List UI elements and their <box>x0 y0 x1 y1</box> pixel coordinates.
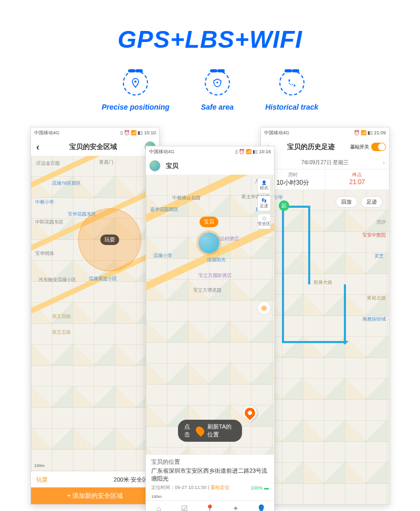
device-bubble[interactable]: 宝贝 <box>200 217 218 227</box>
map-canvas[interactable]: 回放 足迹 起 流塘小学 宝安中医院 洪沙 灵芝 前身大路 富裕北路 海雅缤纷城 <box>261 190 389 504</box>
signal-icon: ▮▯ <box>253 149 258 154</box>
playback-button[interactable]: 回放 <box>335 196 358 208</box>
map-poi: 第五四路 <box>52 313 71 320</box>
toggle-label: 基站开关 <box>350 144 369 151</box>
map-poi: 流塘小学 <box>153 252 172 259</box>
title-bar: 宝贝 <box>146 157 274 175</box>
signal-icon: ▮▯ <box>368 130 373 135</box>
map-poi: 宝立方国际酒店 <box>198 272 232 279</box>
vibrate-icon: ▯ <box>120 130 123 135</box>
stat-endpoint: 终点 21:07 <box>325 169 390 189</box>
refresh-right: 刷新TA的位置 <box>207 423 236 439</box>
stats-row: 历时 10小时30分 终点 21:07 <box>261 169 389 190</box>
vibrate-icon: ▯ <box>235 149 238 154</box>
title-bar: ‹ 宝贝的历史足迹 基站开关 <box>261 138 389 156</box>
address-text: 广东省深圳市宝安区西乡街道前进二路23号流塘阳光 <box>151 467 269 482</box>
map-poi: 河东物业流塘小区 <box>38 276 76 283</box>
refresh-location-button[interactable]: 点击 刷新TA的位置 <box>178 420 242 442</box>
tab-bar: ⌂主页 ☑设备管理 📍地图 ✦发现 👤我的 <box>146 500 274 511</box>
tab-map[interactable]: 📍地图 <box>197 501 223 511</box>
wifi-icon: 📶 <box>131 130 136 135</box>
mode-button[interactable]: 👤模式 <box>257 178 271 194</box>
phone-positioning: 中国移动4G ▯ ⏰ 📶 ▮▯ 10:16 宝贝 人人乐 嘉华花园西区 中粮锦云… <box>145 146 275 511</box>
scale-label: 180m <box>151 493 275 500</box>
address-meta: 定位时间：09-27 10:11:50 | 基站定位 100% ▬ <box>151 484 269 491</box>
carrier-text: 中国移动4G <box>34 130 59 136</box>
carrier-text: 中国移动4G <box>149 148 174 155</box>
device-marker[interactable] <box>198 232 219 253</box>
tab-me[interactable]: 👤我的 <box>248 501 274 511</box>
map-poi: 中粮小学 <box>35 199 54 206</box>
avatar[interactable] <box>149 160 161 172</box>
lbs-toggle[interactable] <box>371 143 386 151</box>
wifi-icon: 📶 <box>246 149 251 154</box>
battery-text: 100% ▬ <box>250 485 269 491</box>
fence-button[interactable]: ⬡安全区 <box>257 214 271 229</box>
clock-text: 21:09 <box>374 130 386 135</box>
zone-list: 玩耍 200米·安全区域 <box>31 471 159 487</box>
map-controls: 👤模式 👣足迹 ⬡安全区 <box>257 178 271 229</box>
address-title: 宝贝的位置 <box>151 458 269 466</box>
phones-area: 中国移动4G ▯ ⏰ 📶 ▮▯ 10:10 ‹ 宝贝的安全区域 庄边金庄园 富昌… <box>0 127 420 505</box>
route-icon <box>279 70 304 95</box>
map-poi: 前身大路 <box>313 279 332 286</box>
map-poi: 海雅缤纷城 <box>362 316 386 323</box>
map-poi: 第五五路 <box>52 329 71 336</box>
carrier-text: 中国移动4G <box>264 130 289 136</box>
pin-icon <box>123 70 148 95</box>
signal-icon: ▮▯ <box>138 130 143 135</box>
tab-discover[interactable]: ✦发现 <box>223 501 248 511</box>
tab-devices[interactable]: ☑设备管理 <box>172 501 197 511</box>
pin-icon <box>194 425 206 437</box>
tab-home[interactable]: ⌂主页 <box>146 501 172 511</box>
status-bar: 中国移动4G ⏰ 📶 ▮▯ 21:09 <box>261 127 389 138</box>
fence-icon <box>205 70 230 95</box>
page-title: 宝贝的安全区域 <box>44 142 142 152</box>
track-button[interactable]: 👣足迹 <box>257 196 271 211</box>
alarm-icon: ⏰ <box>124 130 130 135</box>
feature-label: Historical track <box>265 103 318 111</box>
map-poi: 富裕北路 <box>367 295 386 302</box>
map-pin-icon: 📍 <box>205 504 214 512</box>
back-button[interactable]: ‹ <box>34 142 41 153</box>
status-icons: ⏰ 📶 ▮▯ 21:09 <box>354 130 386 135</box>
zone-name: 玩耍 <box>36 476 48 484</box>
user-icon: 👤 <box>257 504 266 512</box>
map-poi: 宝立方博览园 <box>193 287 222 294</box>
home-icon: ⌂ <box>156 504 161 512</box>
footprint-button[interactable]: 足迹 <box>361 196 383 208</box>
status-bar: 中国移动4G ▯ ⏰ 📶 ▮▯ 10:10 <box>31 127 159 138</box>
clock-text: 10:10 <box>144 130 156 135</box>
date-text: 7年09月27日 星期三 <box>301 159 349 166</box>
map-poi: 中郎花园东区 <box>35 219 64 226</box>
device-name: 宝贝 <box>166 162 178 171</box>
address-panel: 宝贝的位置 广东省深圳市宝安区西乡街道前进二路23号流塘阳光 定位时间：09-2… <box>146 454 274 493</box>
hero-title: GPS+LBS+WIFI <box>0 0 420 54</box>
map-poi: 灵芝 <box>374 253 384 260</box>
alarm-icon: ⏰ <box>239 149 245 154</box>
zone-row[interactable]: 玩耍 200米·安全区域 <box>36 472 154 487</box>
locate-button[interactable]: ⊕ <box>257 301 271 315</box>
map-canvas[interactable]: 庄边金庄园 富昌门 流塘76区西区 中粮小学 中郎花园东区 宝华花园东区 宝华明… <box>31 156 159 471</box>
feature-label: Precise positioning <box>102 103 170 111</box>
target-pin-icon[interactable] <box>240 403 260 423</box>
map-poi: 庄边金庄园 <box>36 160 60 167</box>
map-canvas[interactable]: 人人乐 嘉华花园西区 中粮锦云花园 流塘小学 桂品轩酒店 流塘阳光 宝立方国际酒… <box>146 175 274 454</box>
chevron-right-icon[interactable]: › <box>383 159 385 166</box>
wifi-icon: 📶 <box>361 130 366 135</box>
date-selector[interactable]: ‹ 7年09月27日 星期三 › <box>261 156 389 169</box>
feature-row: Precise positioning Safe area Historical… <box>0 70 420 111</box>
arrow-icon <box>341 341 349 348</box>
status-icons: ▯ ⏰ 📶 ▮▯ 10:16 <box>235 149 271 154</box>
map-poi: 洪沙 <box>376 219 386 226</box>
alarm-icon: ⏰ <box>354 130 360 135</box>
start-badge: 起 <box>279 200 289 211</box>
scale-label: 100m <box>34 463 45 468</box>
map-poi: 宝安中医院 <box>362 232 386 239</box>
feature-safearea: Safe area <box>201 70 234 111</box>
phone-history: 中国移动4G ⏰ 📶 ▮▯ 21:09 ‹ 宝贝的历史足迹 基站开关 ‹ 7年0… <box>260 127 390 505</box>
zone-pin[interactable]: 玩耍 <box>100 235 119 245</box>
refresh-left: 点击 <box>184 423 193 439</box>
map-poi: 宝华明珠 <box>35 250 54 257</box>
add-zone-button[interactable]: + 添加新的安全区域 <box>31 487 159 504</box>
